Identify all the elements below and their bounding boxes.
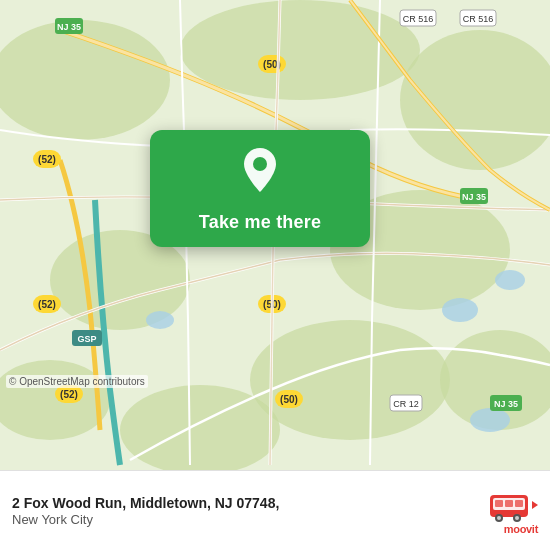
- action-card[interactable]: Take me there: [150, 130, 370, 247]
- svg-point-47: [497, 516, 501, 520]
- svg-text:(52): (52): [38, 154, 56, 165]
- svg-text:(52): (52): [38, 299, 56, 310]
- bottom-bar: 2 Fox Wood Run, Middletown, NJ 07748, Ne…: [0, 470, 550, 550]
- moovit-logo: moovit: [480, 487, 538, 535]
- map-view: NJ 35 NJ 35 (52) (52) (52) GSP (50) (50)…: [0, 0, 550, 470]
- svg-point-6: [250, 320, 450, 440]
- svg-point-49: [515, 516, 519, 520]
- svg-text:NJ 35: NJ 35: [57, 22, 81, 32]
- moovit-label: moovit: [504, 523, 538, 535]
- svg-text:(50): (50): [280, 394, 298, 405]
- svg-text:CR 516: CR 516: [463, 14, 494, 24]
- svg-point-13: [146, 311, 174, 329]
- svg-rect-43: [495, 500, 503, 507]
- svg-text:NJ 35: NJ 35: [494, 399, 518, 409]
- svg-text:(52): (52): [60, 389, 78, 400]
- svg-text:NJ 35: NJ 35: [462, 192, 486, 202]
- svg-point-40: [253, 157, 267, 171]
- svg-rect-44: [505, 500, 513, 507]
- svg-point-11: [495, 270, 525, 290]
- location-pin-icon: [238, 148, 282, 202]
- moovit-logo-icon: [488, 487, 538, 523]
- svg-text:GSP: GSP: [77, 334, 96, 344]
- address-text: 2 Fox Wood Run, Middletown, NJ 07748,: [12, 494, 470, 512]
- svg-text:CR 12: CR 12: [393, 399, 419, 409]
- location-info: 2 Fox Wood Run, Middletown, NJ 07748, Ne…: [12, 494, 470, 527]
- svg-point-12: [470, 408, 510, 432]
- svg-rect-45: [515, 500, 523, 507]
- city-text: New York City: [12, 512, 470, 527]
- svg-point-10: [442, 298, 478, 322]
- svg-point-2: [180, 0, 420, 100]
- copyright-text: © OpenStreetMap contributors: [6, 375, 148, 388]
- take-me-there-button[interactable]: Take me there: [199, 212, 321, 233]
- svg-text:CR 516: CR 516: [403, 14, 434, 24]
